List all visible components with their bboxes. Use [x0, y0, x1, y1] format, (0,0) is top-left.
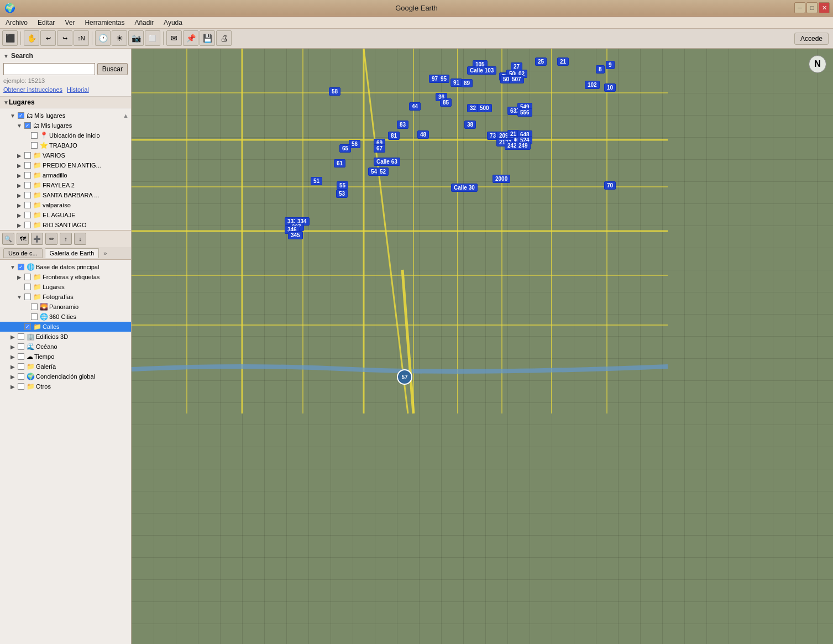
map-pin[interactable]: 52	[377, 167, 389, 176]
compass[interactable]: N	[809, 55, 826, 73]
map-pin[interactable]: 38	[464, 121, 476, 129]
tree-item-tiempo[interactable]: ▶ ☁ Tiempo	[0, 352, 131, 362]
checkbox-oceano[interactable]	[18, 343, 24, 350]
map-pin[interactable]: 249	[516, 142, 531, 150]
expand-fronteras[interactable]: ▶	[15, 273, 23, 281]
toolbar-north[interactable]: ↑N	[74, 30, 89, 46]
map-pin[interactable]: 9	[606, 61, 615, 69]
tree-item-lugares-layer[interactable]: 📁 Lugares	[0, 282, 131, 292]
sb-map-btn[interactable]: 🗺	[17, 233, 29, 245]
accede-button[interactable]: Accede	[794, 33, 829, 45]
checkbox-lugares-layer[interactable]	[24, 284, 31, 290]
tree-item-el-aguaje[interactable]: ▶ 📁 EL AGUAJE	[0, 210, 131, 220]
map-pin[interactable]: 89	[461, 79, 473, 87]
checkbox-galeria[interactable]	[18, 363, 24, 370]
menu-ver[interactable]: Ver	[62, 18, 77, 28]
expand-mis-lugares-sub[interactable]: ▼	[15, 122, 23, 129]
map-pin[interactable]: 21	[557, 57, 569, 66]
get-directions-link[interactable]: Obtener instrucciones	[3, 86, 62, 93]
tree-item-fotografias[interactable]: ▼ 📁 Fotografías	[0, 292, 131, 302]
menu-ayuda[interactable]: Ayuda	[161, 18, 185, 28]
expand-armadillo[interactable]: ▶	[15, 171, 23, 179]
checkbox-mis-lugares[interactable]	[18, 112, 24, 119]
checkbox-fronteras[interactable]	[24, 274, 31, 280]
checkbox-valparaiso[interactable]	[24, 202, 31, 208]
expand-valparaiso[interactable]: ▶	[15, 201, 23, 209]
tree-item-otros[interactable]: ▶ 📁 Otros	[0, 381, 131, 391]
map-pin[interactable]: 102	[585, 81, 600, 89]
expand-edificios[interactable]: ▶	[9, 333, 17, 341]
map-pin[interactable]: 2000	[493, 175, 510, 183]
checkbox-base-datos[interactable]	[18, 264, 24, 270]
expand-fraylea[interactable]: ▶	[15, 181, 23, 189]
checkbox-tiempo[interactable]	[18, 353, 24, 360]
sb-down-btn[interactable]: ↓	[74, 233, 86, 245]
map-pin[interactable]: 91	[450, 78, 462, 87]
menu-editar[interactable]: Editar	[35, 18, 57, 28]
tree-item-oceano[interactable]: ▶ 🌊 Océano	[0, 342, 131, 352]
expand-galeria[interactable]: ▶	[9, 363, 17, 370]
toolbar-sun[interactable]: ☀	[112, 30, 127, 46]
checkbox-santa-barbara[interactable]	[24, 192, 31, 198]
map-pin[interactable]: 83	[397, 121, 408, 129]
toolbar-save[interactable]: 💾	[200, 30, 215, 46]
expand-otros[interactable]: ▶	[9, 383, 17, 390]
history-link[interactable]: Historial	[67, 86, 89, 93]
map-pin[interactable]: Calle 30	[451, 184, 478, 192]
toolbar-box[interactable]: ⬜	[145, 30, 160, 46]
search-input[interactable]	[3, 63, 95, 75]
toolbar-print[interactable]: 🖨	[216, 30, 232, 46]
checkbox-trabajo[interactable]	[31, 142, 38, 149]
tab-galeria[interactable]: Galería de Earth	[45, 248, 99, 258]
search-collapse-icon[interactable]: ▼	[3, 53, 9, 59]
map-pin[interactable]: 67	[374, 144, 385, 153]
checkbox-predio[interactable]	[24, 162, 31, 169]
tree-item-trabajo[interactable]: ⭐ TRABAJO	[0, 140, 131, 150]
toolbar-email[interactable]: ✉	[166, 30, 182, 46]
tree-item-fraylea[interactable]: ▶ 📁 FRAYLEA 2	[0, 180, 131, 190]
map-pin[interactable]: 8	[596, 65, 605, 74]
map-pin[interactable]: 95	[438, 75, 449, 83]
map-pin[interactable]: 507	[509, 75, 524, 83]
checkbox-concienciacion[interactable]	[18, 373, 24, 380]
tree-item-concienciacion[interactable]: ▶ 🌍 Concienciación global	[0, 371, 131, 381]
sb-up-btn[interactable]: ↑	[60, 233, 72, 245]
close-button[interactable]: ✕	[819, 2, 830, 13]
sb-add-btn1[interactable]: ➕	[31, 233, 43, 245]
expand-oceano[interactable]: ▶	[9, 343, 17, 350]
toolbar-nav-btn[interactable]: ⬛	[2, 30, 18, 46]
map-area[interactable]: 21105272589Calle 10350506025035079795918…	[132, 49, 833, 644]
map-pin[interactable]: Calle 63	[374, 158, 400, 166]
tree-item-fronteras[interactable]: ▶ 📁 Fronteras y etiquetas	[0, 272, 131, 282]
toolbar-photo[interactable]: 📷	[128, 30, 144, 46]
menu-herramientas[interactable]: Herramientas	[82, 18, 127, 28]
checkbox-el-aguaje[interactable]	[24, 212, 31, 218]
toolbar-pin[interactable]: 📌	[183, 30, 198, 46]
checkbox-otros[interactable]	[18, 383, 24, 390]
map-pin[interactable]: 51	[311, 177, 322, 185]
tree-item-mis-lugares-sub[interactable]: ▼ 🗂 Mis lugares	[0, 121, 131, 130]
toolbar-rotate-left[interactable]: ↩	[40, 30, 56, 46]
maximize-button[interactable]: □	[806, 2, 818, 13]
tree-item-edificios[interactable]: ▶ 🏢 Edificios 3D	[0, 332, 131, 342]
checkbox-rio-santiago[interactable]	[24, 222, 31, 228]
map-pin[interactable]: 65	[339, 144, 351, 153]
expand-mis-lugares[interactable]: ▼	[9, 112, 17, 119]
checkbox-calles[interactable]	[24, 323, 31, 330]
search-button[interactable]: Buscar	[97, 63, 128, 75]
scroll-up[interactable]: ▲	[123, 112, 129, 119]
map-pin[interactable]: 556	[517, 108, 532, 117]
map-pin[interactable]: 85	[440, 98, 452, 107]
tree-item-armadillo[interactable]: ▶ 📁 armadillo	[0, 170, 131, 180]
map-pin[interactable]: 81	[388, 132, 400, 140]
menu-archivo[interactable]: Archivo	[3, 18, 30, 28]
tree-item-varios[interactable]: ▶ 📁 VARIOS	[0, 150, 131, 160]
tree-item-360cities[interactable]: 🌐 360 Cities	[0, 312, 131, 322]
expand-fotografias[interactable]: ▼	[15, 293, 23, 301]
tree-item-mis-lugares[interactable]: ▼ 🗂 Mis lugares ▲	[0, 111, 131, 121]
map-pin[interactable]: 10	[604, 83, 616, 92]
menu-anadir[interactable]: Añadir	[132, 18, 156, 28]
expand-santa-barbara[interactable]: ▶	[15, 191, 23, 199]
tree-item-galeria[interactable]: ▶ 📁 Galería	[0, 362, 131, 371]
checkbox-360cities[interactable]	[31, 313, 38, 320]
